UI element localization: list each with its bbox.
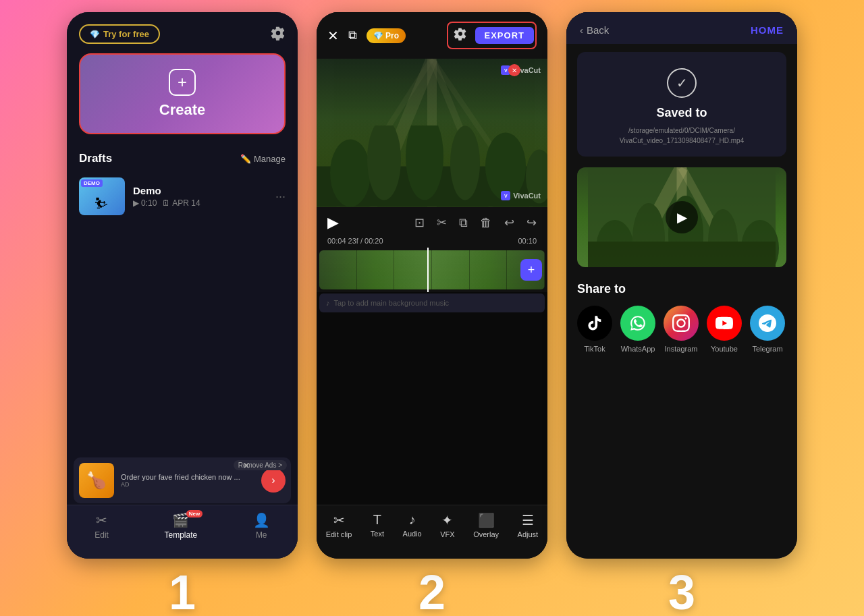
- ad-text-content: Order your fave fried chicken now ... AD: [121, 473, 254, 488]
- audio-track[interactable]: ♪ Tap to add main background music: [319, 293, 545, 312]
- home-button[interactable]: HOME: [751, 24, 784, 36]
- draft-name: Demo: [133, 185, 267, 196]
- draft-duration: ▶ 0:10: [133, 198, 157, 208]
- tool-audio[interactable]: ♪ Audio: [403, 512, 422, 538]
- telegram-label: Telegram: [752, 345, 782, 353]
- draft-thumbnail: DEMO ⛷: [79, 177, 125, 215]
- saved-section: ✓ Saved to /storage/emulated/0/DCIM/Came…: [577, 52, 786, 157]
- drafts-header: Drafts ✏️ Manage: [67, 146, 298, 172]
- tab-edit[interactable]: ✂ Edit: [94, 512, 109, 540]
- tool-edit-clip[interactable]: ✂ Edit clip: [326, 512, 352, 538]
- back-button[interactable]: ‹ Back: [580, 24, 609, 36]
- undo-button[interactable]: ↩: [504, 215, 514, 230]
- manage-button[interactable]: ✏️ Manage: [240, 154, 286, 164]
- try-free-label: Try for free: [103, 29, 149, 39]
- draft-info: Demo ▶ 0:10 🗓 APR 14: [133, 185, 267, 208]
- instagram-label: Instagram: [665, 345, 698, 353]
- pro-badge: 💎 Pro: [367, 28, 406, 43]
- playhead: [427, 248, 429, 292]
- audio-placeholder: Tap to add main background music: [334, 299, 450, 307]
- layers-icon[interactable]: ⧉: [348, 28, 357, 43]
- share-telegram[interactable]: Telegram: [750, 306, 785, 353]
- export-area: EXPORT: [447, 22, 537, 49]
- back-chevron-icon: ‹: [580, 24, 583, 36]
- youtube-label: Youtube: [711, 345, 738, 353]
- drafts-title: Drafts: [79, 152, 112, 165]
- film-frames: [319, 250, 545, 289]
- try-free-button[interactable]: Try for free: [79, 24, 160, 44]
- delete-tool-icon[interactable]: 🗑: [480, 216, 492, 230]
- header-right: EXPORT: [447, 22, 537, 49]
- tool-vfx[interactable]: ✦ VFX: [440, 512, 454, 538]
- share-grid: TikTok WhatsApp Instagram: [577, 306, 786, 353]
- new-badge: New: [186, 510, 202, 517]
- svg-rect-21: [588, 242, 776, 267]
- share-tiktok[interactable]: TikTok: [577, 306, 612, 353]
- export-button[interactable]: EXPORT: [475, 27, 534, 44]
- bottom-toolbar: ✂ Edit clip T Text ♪ Audio ✦ VFX: [317, 505, 547, 559]
- ad-thumbnail: 🍗: [79, 463, 114, 498]
- overlay-icon: ⬛: [478, 512, 495, 528]
- tool-overlay[interactable]: ⬛ Overlay: [473, 512, 499, 538]
- select-tool-icon[interactable]: ⊡: [414, 215, 425, 230]
- draft-item[interactable]: DEMO ⛷ Demo ▶ 0:10 🗓 APR 14: [67, 172, 298, 221]
- create-label: Create: [159, 101, 205, 119]
- create-plus-icon: +: [169, 69, 196, 96]
- watermark-bottom: VivaCut: [513, 192, 541, 200]
- timecode-bar: 00:04 23f / 00:20 00:10: [317, 235, 547, 248]
- whatsapp-label: WhatsApp: [621, 345, 655, 353]
- more-options-button[interactable]: ···: [275, 190, 286, 204]
- watermark-close[interactable]: ✕: [508, 64, 520, 76]
- ad-overlay: 🍗 Order your fave fried chicken now ... …: [74, 457, 291, 503]
- tab-me[interactable]: 👤 Me: [253, 512, 270, 540]
- share-youtube[interactable]: Youtube: [707, 306, 742, 353]
- create-button[interactable]: + Create: [79, 53, 286, 134]
- text-icon: T: [373, 512, 381, 528]
- me-icon: 👤: [253, 512, 270, 528]
- timeline-track[interactable]: +: [317, 248, 547, 292]
- saved-title: Saved to: [656, 106, 707, 120]
- play-button[interactable]: ▶: [327, 214, 339, 231]
- phone-3: ‹ Back HOME ✓ Saved to /storage/emulated…: [566, 12, 797, 559]
- tool-text[interactable]: T Text: [371, 512, 384, 538]
- saved-path: /storage/emulated/0/DCIM/Camera/ VivaCut…: [588, 125, 776, 146]
- video-preview: V VivaCut ✕ V VivaCut: [317, 59, 547, 207]
- step-1: 1: [67, 568, 298, 616]
- bottom-tab-bar: ✂ Edit 🎬 Template New 👤 Me: [67, 505, 298, 559]
- tool-adjust[interactable]: ☰ Adjust: [518, 512, 539, 538]
- add-clip-button[interactable]: +: [520, 259, 542, 281]
- draft-meta: ▶ 0:10 🗓 APR 14: [133, 198, 267, 208]
- ad-close-button[interactable]: ✕: [242, 460, 250, 471]
- skier-icon: ⛷: [94, 195, 109, 213]
- export-settings-icon[interactable]: [450, 24, 471, 47]
- ad-cta-button[interactable]: ›: [261, 468, 286, 493]
- check-circle-icon: ✓: [667, 68, 697, 98]
- settings-icon[interactable]: [271, 26, 286, 43]
- demo-badge: DEMO: [81, 179, 103, 187]
- share-title: Share to: [577, 282, 786, 296]
- ad-badge: AD: [121, 481, 254, 488]
- viva-logo-bottom: V: [501, 191, 510, 200]
- scissors-icon: ✂: [333, 512, 345, 528]
- phone2-header: ✕ ⧉ 💎 Pro EXPORT: [317, 12, 547, 59]
- share-whatsapp[interactable]: WhatsApp: [620, 306, 655, 353]
- step-3: 3: [566, 568, 797, 616]
- tab-template[interactable]: 🎬 Template New: [164, 512, 197, 540]
- copy-tool-icon[interactable]: ⧉: [459, 216, 468, 230]
- share-instagram[interactable]: Instagram: [664, 306, 699, 353]
- close-button[interactable]: ✕: [327, 28, 339, 44]
- film-track[interactable]: [319, 250, 545, 289]
- draft-date: 🗓 APR 14: [162, 198, 200, 208]
- phone1-header: Try for free: [67, 12, 298, 49]
- play-button[interactable]: ▶: [666, 201, 698, 233]
- tiktok-label: TikTok: [584, 345, 605, 353]
- remove-ads-button[interactable]: Remove Ads >: [234, 460, 287, 470]
- share-section: Share to TikTok WhatsApp: [566, 275, 797, 353]
- step-numbers: 1 2 3: [0, 559, 864, 616]
- step-2: 2: [317, 568, 547, 616]
- cut-tool-icon[interactable]: ✂: [437, 215, 447, 230]
- phone-1: Try for free + Create Drafts: [67, 12, 298, 559]
- timeline-controls: ▶ ⊡ ✂ ⧉ 🗑 ↩ ↪: [317, 207, 547, 235]
- redo-button[interactable]: ↪: [526, 215, 537, 230]
- video-thumbnail[interactable]: ▶: [577, 167, 786, 267]
